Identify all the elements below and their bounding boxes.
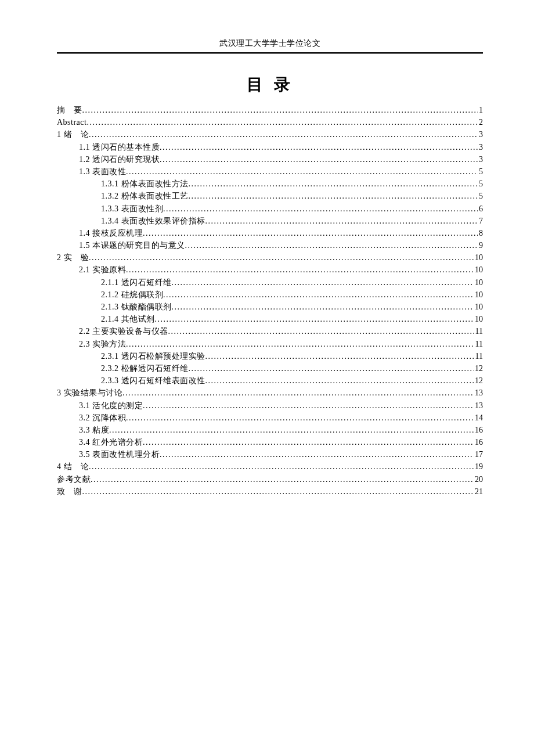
toc-entry[interactable]: 3.5 表面改性机理分析17 bbox=[57, 451, 483, 459]
toc-entry-label: 1.3.4 表面改性效果评价指标 bbox=[101, 217, 205, 225]
toc-entry-page: 10 bbox=[474, 291, 483, 299]
toc-entry-label: 4 结 论 bbox=[57, 463, 89, 471]
toc-entry[interactable]: 3.2 沉降体积14 bbox=[57, 414, 483, 422]
toc-entry[interactable]: 2.1.4 其他试剂10 bbox=[57, 315, 483, 323]
toc-entry-page: 3 bbox=[478, 143, 483, 152]
toc-entry[interactable]: 2.2 主要实验设备与仪器11 bbox=[57, 327, 483, 336]
toc-entry-label: 2.1 实验原料 bbox=[79, 266, 126, 274]
toc-entry-page: 1 bbox=[478, 106, 483, 114]
toc-entry-page: 5 bbox=[478, 192, 483, 200]
toc-dot-leader bbox=[185, 242, 478, 250]
toc-entry-label: 摘 要 bbox=[57, 106, 82, 114]
toc-entry-page: 9 bbox=[478, 242, 483, 250]
toc-entry-page: 21 bbox=[474, 488, 483, 496]
toc-entry[interactable]: 2.3.2 松解透闪石短纤维12 bbox=[57, 365, 483, 373]
toc-entry-page: 16 bbox=[474, 426, 483, 434]
toc-entry-page: 12 bbox=[474, 365, 483, 373]
toc-dot-leader bbox=[126, 414, 474, 422]
toc-entry-page: 11 bbox=[474, 352, 483, 361]
toc-entry[interactable]: 1.4 接枝反应机理8 bbox=[57, 229, 483, 237]
toc-entry-label: 1.5 本课题的研究目的与意义 bbox=[79, 242, 185, 250]
toc-dot-leader bbox=[143, 438, 474, 447]
toc-entry-label: 3.4 红外光谱分析 bbox=[79, 438, 143, 447]
toc-dot-leader bbox=[122, 389, 474, 397]
toc-dot-leader bbox=[143, 402, 474, 410]
toc-entry-label: 1.3.3 表面改性剂 bbox=[101, 205, 163, 213]
toc-entry[interactable]: 2.3.1 透闪石松解预处理实验11 bbox=[57, 352, 483, 361]
toc-dot-leader bbox=[160, 143, 478, 152]
toc-entry-label: 1.3.2 粉体表面改性工艺 bbox=[101, 192, 189, 200]
toc-entry-label: 3.2 沉降体积 bbox=[79, 414, 126, 422]
toc-entry-label: 3.1 活化度的测定 bbox=[79, 402, 143, 410]
toc-entry[interactable]: 1.5 本课题的研究目的与意义9 bbox=[57, 242, 483, 250]
page: 武汉理工大学学士学位论文 目 录 摘 要1Abstract21 绪 论31.1 … bbox=[0, 0, 534, 756]
toc-dot-leader bbox=[205, 377, 474, 385]
toc-dot-leader bbox=[143, 229, 478, 237]
toc-entry[interactable]: 2 实 验10 bbox=[57, 254, 483, 262]
toc-entry[interactable]: 1.3 表面改性5 bbox=[57, 168, 483, 176]
toc-dot-leader bbox=[189, 192, 478, 200]
toc-entry[interactable]: 3.4 红外光谱分析16 bbox=[57, 438, 483, 447]
toc-entry-label: 2.1.1 透闪石短纤维 bbox=[101, 279, 172, 287]
toc-entry-page: 20 bbox=[474, 476, 483, 484]
toc-title: 目 录 bbox=[57, 74, 483, 96]
toc-entry[interactable]: 1.1 透闪石的基本性质3 bbox=[57, 143, 483, 152]
toc-dot-leader bbox=[126, 340, 474, 348]
toc-dot-leader bbox=[205, 217, 478, 225]
toc-entry-page: 19 bbox=[474, 463, 483, 471]
toc-entry-label: 1.3.1 粉体表面改性方法 bbox=[101, 180, 189, 188]
toc-entry-label: 致 谢 bbox=[57, 488, 82, 496]
toc-dot-leader bbox=[172, 303, 474, 311]
toc-entry[interactable]: 1 绪 论3 bbox=[57, 131, 483, 139]
toc-dot-leader bbox=[86, 118, 478, 127]
toc-dot-leader bbox=[163, 205, 478, 213]
toc-entry-page: 13 bbox=[474, 402, 483, 410]
toc-entry-label: 2.1.2 硅烷偶联剂 bbox=[101, 291, 163, 299]
toc-entry-label: Abstract bbox=[57, 118, 86, 127]
toc-entry[interactable]: 4 结 论19 bbox=[57, 463, 483, 471]
toc-entry[interactable]: 3.3 粘度16 bbox=[57, 426, 483, 434]
toc-dot-leader bbox=[82, 488, 474, 496]
toc-entry-page: 10 bbox=[474, 279, 483, 287]
toc-entry-label: 1.2 透闪石的研究现状 bbox=[79, 156, 160, 164]
toc-entry[interactable]: 致 谢21 bbox=[57, 488, 483, 496]
toc-entry-label: 2.1.3 钛酸酯偶联剂 bbox=[101, 303, 172, 311]
toc-entry-label: 2.1.4 其他试剂 bbox=[101, 315, 155, 323]
toc-entry[interactable]: 1.3.2 粉体表面改性工艺5 bbox=[57, 192, 483, 200]
toc-entry-label: 1 绪 论 bbox=[57, 131, 89, 139]
toc-entry-page: 3 bbox=[478, 156, 483, 164]
toc-entry-label: 2.3.3 透闪石短纤维表面改性 bbox=[101, 377, 205, 385]
toc-dot-leader bbox=[89, 463, 474, 471]
toc-entry[interactable]: 2.1 实验原料10 bbox=[57, 266, 483, 274]
toc-entry[interactable]: 摘 要1 bbox=[57, 106, 483, 114]
toc-entry-page: 2 bbox=[478, 118, 483, 127]
toc-entry-page: 5 bbox=[478, 180, 483, 188]
toc-entry[interactable]: 3 实验结果与讨论13 bbox=[57, 389, 483, 397]
toc-entry[interactable]: 2.3.3 透闪石短纤维表面改性12 bbox=[57, 377, 483, 385]
toc-entry-label: 1.4 接枝反应机理 bbox=[79, 229, 143, 237]
toc-entry[interactable]: 1.3.3 表面改性剂6 bbox=[57, 205, 483, 213]
toc-entry-label: 1.3 表面改性 bbox=[79, 168, 126, 176]
toc-entry[interactable]: 3.1 活化度的测定13 bbox=[57, 402, 483, 410]
toc-entry-page: 3 bbox=[478, 131, 483, 139]
toc-entry-label: 2.3 实验方法 bbox=[79, 340, 126, 348]
toc-entry[interactable]: 1.2 透闪石的研究现状3 bbox=[57, 156, 483, 164]
toc-entry[interactable]: 1.3.4 表面改性效果评价指标7 bbox=[57, 217, 483, 225]
toc-entry[interactable]: 2.1.2 硅烷偶联剂10 bbox=[57, 291, 483, 299]
toc-entry[interactable]: 2.1.3 钛酸酯偶联剂10 bbox=[57, 303, 483, 311]
toc-entry[interactable]: 参考文献20 bbox=[57, 476, 483, 484]
toc-entry[interactable]: 2.3 实验方法11 bbox=[57, 340, 483, 348]
toc-dot-leader bbox=[89, 254, 474, 262]
toc-entry[interactable]: Abstract2 bbox=[57, 118, 483, 127]
toc-dot-leader bbox=[160, 451, 474, 459]
toc-dot-leader bbox=[126, 168, 478, 176]
toc-entry-page: 10 bbox=[474, 266, 483, 274]
toc-dot-leader bbox=[91, 476, 474, 484]
toc-dot-leader bbox=[160, 156, 478, 164]
toc-entry[interactable]: 1.3.1 粉体表面改性方法5 bbox=[57, 180, 483, 188]
toc-entry-page: 7 bbox=[478, 217, 483, 225]
toc-entry-page: 11 bbox=[474, 327, 483, 336]
toc-entry-label: 参考文献 bbox=[57, 476, 91, 484]
toc-entry-page: 17 bbox=[474, 451, 483, 459]
toc-entry[interactable]: 2.1.1 透闪石短纤维10 bbox=[57, 279, 483, 287]
